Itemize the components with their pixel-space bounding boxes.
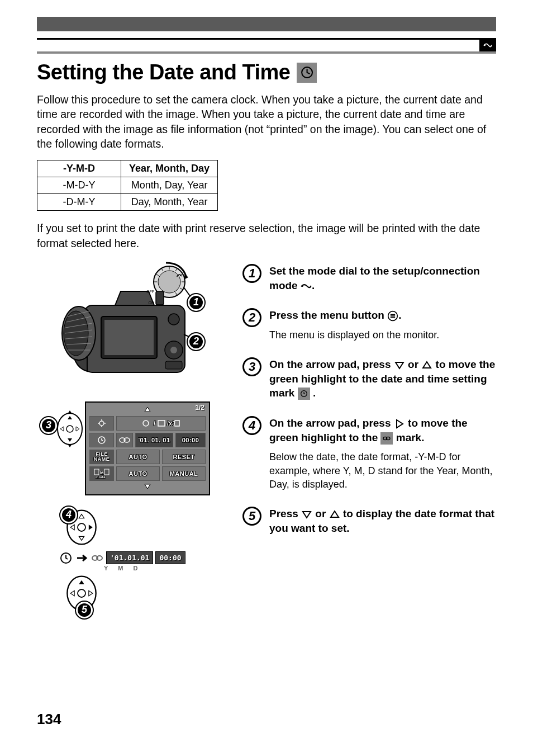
ymd-labels: Y M D <box>104 565 204 571</box>
clock-icon <box>297 63 317 83</box>
right-arrow-icon <box>76 554 88 563</box>
svg-text:ON: ON <box>149 301 155 305</box>
up-arrow-icon <box>329 509 340 520</box>
step-1: 1 Set the mode dial to the setup/connect… <box>242 264 496 292</box>
svg-rect-50 <box>94 469 99 475</box>
step-title: Press the menu button . <box>269 308 496 323</box>
step-title: On the arrow pad, press or to move the g… <box>269 357 496 400</box>
step-title: Set the mode dial to the setup/connectio… <box>269 264 496 292</box>
header-dark-bar <box>37 17 496 31</box>
menu-manual-value: MANUAL <box>162 466 206 481</box>
date-format-table: -Y-M-D Year, Month, Day -M-D-Y Month, Da… <box>37 160 218 211</box>
note-paragraph: If you set to print the date with print … <box>37 221 496 251</box>
menu-date-value: '01. 01. 01 <box>135 433 173 447</box>
link-icon <box>92 552 103 564</box>
menu-filename-label: FILE NAME <box>89 450 114 464</box>
step-2: 2 Press the menu button . The menu is di… <box>242 308 496 342</box>
svg-rect-30 <box>156 291 164 305</box>
page-title: Setting the Date and Time <box>37 60 496 84</box>
callout-5: 5 <box>76 602 93 618</box>
step-4: 4 On the arrow pad, press to move the gr… <box>242 416 496 491</box>
menu-page-indicator: 1/2 <box>195 404 204 412</box>
svg-text:M: M <box>100 470 104 475</box>
page-title-text: Setting the Date and Time <box>37 60 290 84</box>
callout-2: 2 <box>188 333 204 350</box>
callout-1: 1 <box>188 294 204 311</box>
step-title: Press or to display the date format that… <box>269 507 496 535</box>
menu-clock-icon <box>89 433 114 447</box>
svg-text:/x3: /x3 <box>167 420 175 427</box>
date-segment: '01.01.01 <box>106 551 153 564</box>
format-code: -Y-M-D <box>37 160 121 177</box>
menu-link-icon <box>116 433 133 447</box>
svg-point-4 <box>64 311 88 356</box>
step-subtext: The menu is displayed on the monitor. <box>269 328 496 342</box>
callout-4: 4 <box>60 507 77 523</box>
step-number-icon: 1 <box>242 264 261 283</box>
svg-text:mode: mode <box>96 475 106 479</box>
intro-paragraph: Follow this procedure to set the camera … <box>37 92 496 151</box>
step-number-icon: 2 <box>242 308 261 327</box>
time-segment: 00:00 <box>155 551 185 564</box>
callout-3: 3 <box>40 417 57 434</box>
svg-point-60 <box>78 589 85 597</box>
format-code: -D-M-Y <box>37 194 121 211</box>
svg-point-16 <box>170 347 177 353</box>
page-number: 134 <box>37 711 61 728</box>
step-number-icon: 3 <box>242 357 261 376</box>
svg-point-37 <box>99 421 104 426</box>
svg-point-14 <box>168 314 179 325</box>
step-title: On the arrow pad, press to move the gree… <box>269 416 496 445</box>
menu-brightness-icon <box>89 416 114 431</box>
svg-rect-44 <box>158 420 165 426</box>
svg-rect-17 <box>165 361 182 369</box>
menu-time-value: 00:00 <box>175 433 206 447</box>
menu-view-icons: //x3 <box>116 416 206 431</box>
camera-illustration: OFF ON 1 2 <box>56 261 207 389</box>
format-desc: Day, Month, Year <box>121 194 218 211</box>
step-number-icon: 5 <box>242 507 261 526</box>
menu-screen-illustration: 3 1/2 <box>54 401 210 495</box>
svg-text:OFF: OFF <box>146 290 154 294</box>
menu-header-arrow <box>89 406 206 414</box>
up-arrow-icon <box>421 360 432 371</box>
step-subtext: Below the date, the date format, -Y-M-D … <box>269 450 496 491</box>
step-3: 3 On the arrow pad, press or to move the… <box>242 357 496 400</box>
link-mark-icon <box>380 432 393 445</box>
setup-mode-tab-icon <box>479 39 496 51</box>
menu-auto-value-2: AUTO <box>116 466 160 481</box>
svg-point-19 <box>158 271 180 293</box>
svg-point-36 <box>66 426 73 432</box>
date-setting-illustration: 4 '01.01.01 <box>59 508 204 615</box>
menu-auto-value: AUTO <box>116 450 160 464</box>
right-arrow-icon <box>394 418 405 429</box>
menu-reset-value: RESET <box>162 450 206 464</box>
svg-rect-13 <box>104 320 154 355</box>
svg-point-42 <box>143 420 149 426</box>
clock-icon <box>59 551 73 565</box>
table-row: -Y-M-D Year, Month, Day <box>37 160 218 177</box>
svg-rect-52 <box>104 469 109 475</box>
svg-point-55 <box>78 523 85 531</box>
down-arrow-icon <box>394 360 405 371</box>
step-number-icon: 4 <box>242 416 261 435</box>
svg-point-29 <box>177 276 178 277</box>
down-arrow-icon <box>301 509 312 520</box>
format-desc: Month, Day, Year <box>121 177 218 194</box>
clock-mark-icon <box>298 388 310 400</box>
setup-mode-icon <box>301 281 312 292</box>
svg-point-0 <box>484 45 485 46</box>
menu-mode-label: Mmode <box>89 466 114 481</box>
table-row: -D-M-Y Day, Month, Year <box>37 194 218 211</box>
menu-footer-arrow <box>89 483 206 491</box>
format-desc: Year, Month, Day <box>121 160 218 177</box>
svg-text:/: / <box>154 420 156 427</box>
menu-button-icon <box>387 310 398 322</box>
format-code: -M-D-Y <box>37 177 121 194</box>
step-5: 5 Press or to display the date format th… <box>242 507 496 535</box>
table-row: -M-D-Y Month, Day, Year <box>37 177 218 194</box>
header-rule <box>37 38 496 40</box>
svg-point-61 <box>302 285 303 287</box>
header-midrule <box>37 51 496 54</box>
